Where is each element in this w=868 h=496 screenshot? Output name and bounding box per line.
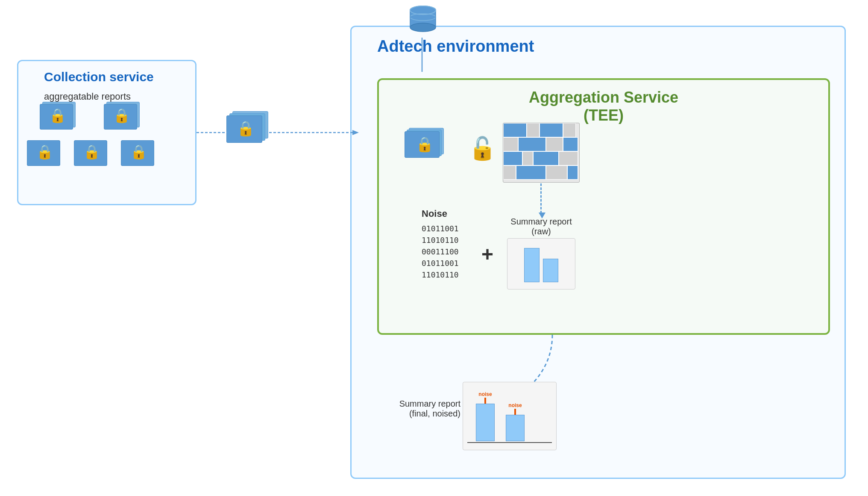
unlock-icon: 🔓 [469, 136, 496, 162]
agg-service-label: Aggregation Service (TEE) [529, 89, 678, 124]
agg-service-box: Aggregation Service (TEE) 🔒 🔓 [377, 78, 830, 335]
arrow-collection-to-bundle [196, 128, 239, 137]
svg-marker-2 [229, 130, 235, 135]
arrow-bundle-to-tee [269, 128, 363, 137]
collection-service-box: Collection service aggregatable reports … [17, 60, 196, 205]
noise-text: 0101100111010110000111000101100111010110 [422, 223, 459, 280]
adtech-env-label: Adtech environment [377, 37, 534, 56]
decoded-data-card [503, 123, 580, 183]
noise-label-1: noise [478, 391, 492, 397]
summary-raw-card [507, 238, 575, 289]
plus-sign: + [481, 242, 493, 266]
summary-final-label: Summary report (final, noised) [394, 399, 460, 419]
arrow-down-1 [540, 183, 542, 213]
noise-section: Noise 0101100111010110000111000101100111… [422, 208, 459, 280]
db-line-down [421, 38, 423, 72]
collection-service-label: Collection service [44, 70, 154, 84]
svg-point-7 [410, 23, 436, 32]
noise-label-2: noise [508, 402, 522, 408]
diagram-container: Adtech environment Aggregation Service (… [0, 0, 868, 496]
adtech-env-box: Adtech environment Aggregation Service (… [350, 26, 846, 479]
collection-service-sublabel: aggregatable reports [44, 91, 131, 102]
summary-final-card: noise noise [463, 382, 557, 450]
noise-title: Noise [422, 208, 459, 219]
svg-marker-4 [352, 130, 359, 135]
summary-raw-label: Summary report (raw) [503, 217, 580, 236]
database-icon [406, 4, 440, 40]
